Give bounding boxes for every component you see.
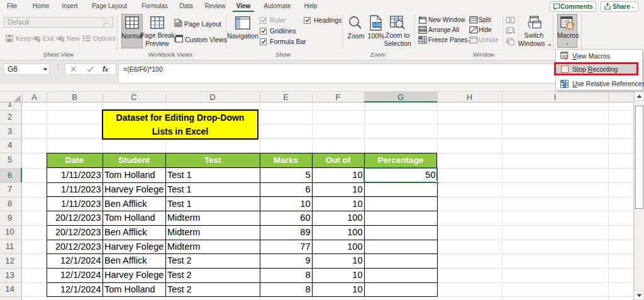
svg-text:100: 100 bbox=[372, 22, 381, 28]
